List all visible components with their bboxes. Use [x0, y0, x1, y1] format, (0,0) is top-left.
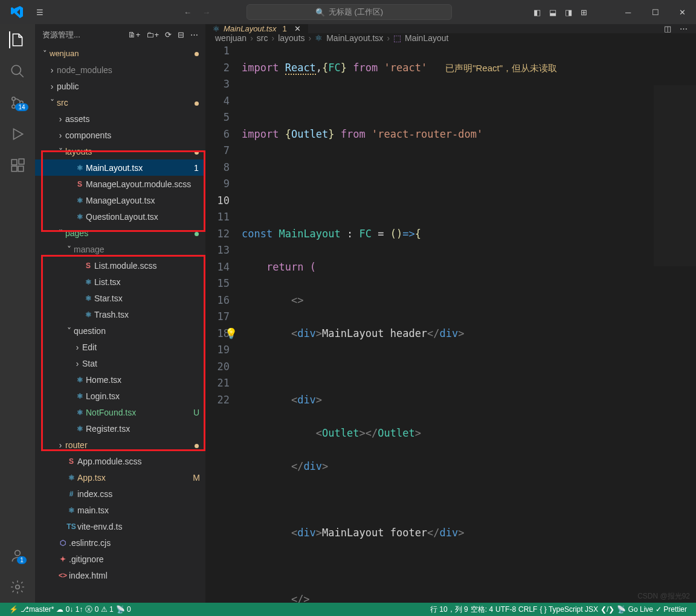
file-tree[interactable]: ›node_modules›public˅src›assets›componen… [35, 62, 205, 603]
code-editor[interactable]: 12345678910111213141516171819202122 impo… [205, 43, 696, 616]
nav-forward-icon[interactable]: → [202, 8, 210, 17]
file-icon: ⚛ [82, 310, 94, 319]
svg-point-8 [15, 550, 21, 556]
chevron-icon: ˅ [56, 147, 65, 156]
tree-item[interactable]: <>index.html [35, 567, 205, 583]
layout-panel-left-icon[interactable]: ◧ [533, 8, 541, 17]
crumb[interactable]: src [257, 33, 268, 43]
tree-item[interactable]: ⚛Register.tsx [35, 420, 205, 437]
nav-back-icon[interactable]: ← [184, 8, 192, 17]
prettier[interactable]: ✓ Prettier [656, 605, 687, 614]
search-activity-icon[interactable] [9, 63, 26, 80]
tab-more-icon[interactable]: ⋯ [680, 24, 688, 33]
tree-item[interactable]: ›node_modules [35, 62, 205, 78]
crumb[interactable]: layouts [278, 33, 304, 43]
file-icon: ⚛ [74, 196, 86, 205]
tree-item[interactable]: ˅pages [35, 225, 205, 241]
more-icon[interactable]: ⋯ [190, 30, 198, 39]
split-editor-icon[interactable]: ◫ [664, 24, 671, 33]
tree-item[interactable]: ⚛Trash.tsx [35, 306, 205, 322]
chevron-icon: › [72, 342, 82, 352]
tree-item[interactable]: ✦.gitignore [35, 551, 205, 567]
new-folder-icon[interactable]: 🗀+ [146, 30, 159, 39]
minimap[interactable] [654, 85, 696, 266]
refresh-icon[interactable]: ⟳ [165, 30, 172, 39]
tree-item[interactable]: TSvite-env.d.ts [35, 518, 205, 534]
layout-panel-right-icon[interactable]: ◨ [565, 8, 572, 17]
tree-item[interactable]: ⬡.eslintrc.cjs [35, 534, 205, 551]
eol[interactable]: CRLF [518, 605, 537, 614]
search-icon: 🔍 [315, 8, 325, 17]
layout-panel-bottom-icon[interactable]: ⬓ [549, 8, 556, 17]
tree-item[interactable]: ˅manage [35, 241, 205, 257]
file-icon: ⚛ [74, 164, 86, 172]
tree-item[interactable]: ⚛NotFound.tsxU [35, 404, 205, 420]
svg-point-9 [16, 585, 20, 589]
tree-item[interactable]: ˅layouts [35, 143, 205, 159]
tree-item[interactable]: ›public [35, 78, 205, 94]
explorer-icon[interactable] [9, 31, 26, 48]
tree-item[interactable]: ⚛ManageLayout.tsx [35, 192, 205, 208]
command-center[interactable]: 🔍 无标题 (工作区) [246, 4, 452, 20]
tree-item[interactable]: ˅question [35, 322, 205, 339]
tree-item[interactable]: ⚛main.tsx [35, 502, 205, 518]
remote-icon[interactable]: ⚡ [9, 605, 18, 614]
file-icon: ⚛ [74, 425, 86, 433]
problems[interactable]: ⓧ 0 ⚠ 1 [85, 605, 113, 615]
tree-item[interactable]: ›Edit [35, 339, 205, 355]
tree-item[interactable]: ⚛QuestionLayout.tsx [35, 208, 205, 225]
extensions-icon[interactable] [9, 157, 26, 174]
lightbulb-icon[interactable]: 💡 [225, 326, 237, 342]
tree-item[interactable]: SManageLayout.module.scss [35, 176, 205, 192]
tree-item[interactable]: ˅src [35, 94, 205, 111]
tree-item[interactable]: ⚛App.tsxM [35, 469, 205, 486]
tree-item[interactable]: ›router [35, 437, 205, 453]
svg-point-0 [11, 65, 21, 74]
code-content[interactable]: import React,{FC} from 'react'已声明"React"… [242, 43, 696, 616]
close-button[interactable]: ✕ [669, 0, 696, 24]
symbol-icon: ⬚ [393, 33, 401, 43]
crumb[interactable]: MainLayout [405, 33, 448, 43]
cursor-position[interactable]: 行 10，列 9 [430, 605, 468, 615]
layout-customize-icon[interactable]: ⊞ [581, 8, 587, 17]
tree-item[interactable]: SList.module.scss [35, 257, 205, 274]
account-icon[interactable]: 1 [9, 547, 26, 564]
tab-close-icon[interactable]: ✕ [294, 24, 301, 33]
project-root[interactable]: ˅ wenjuan [35, 45, 205, 62]
tree-item[interactable]: ⚛MainLayout.tsx1 [35, 159, 205, 176]
tree-label: public [57, 82, 201, 91]
run-debug-icon[interactable] [9, 126, 26, 143]
tree-label: src [57, 98, 190, 107]
source-control-icon[interactable]: 14 [9, 94, 26, 111]
tree-item[interactable]: ⚛Login.tsx [35, 388, 205, 404]
tree-item[interactable]: #index.css [35, 486, 205, 502]
file-icon: ⚛ [82, 294, 94, 303]
settings-gear-icon[interactable] [9, 579, 26, 595]
encoding[interactable]: UTF-8 [495, 605, 516, 614]
breadcrumb[interactable]: wenjuan› src› layouts› ⚛ MainLayout.tsx›… [205, 33, 696, 43]
port-status[interactable]: 📡 0 [116, 605, 131, 614]
sync-status[interactable]: ☁ 0↓ 1↑ [56, 605, 83, 614]
chevron-icon: ˅ [64, 245, 74, 254]
indent[interactable]: 空格: 4 [471, 605, 493, 615]
tree-item[interactable]: ⚛List.tsx [35, 274, 205, 290]
menu-icon[interactable]: ☰ [36, 8, 44, 17]
new-file-icon[interactable]: 🗎+ [128, 30, 141, 39]
maximize-button[interactable]: ☐ [642, 0, 669, 24]
tree-item[interactable]: ⚛Star.tsx [35, 290, 205, 306]
tree-item[interactable]: ›components [35, 127, 205, 143]
crumb[interactable]: MainLayout.tsx [326, 33, 383, 43]
tree-item[interactable]: ›assets [35, 111, 205, 127]
crumb[interactable]: wenjuan [215, 33, 246, 43]
tree-item[interactable]: SApp.module.scss [35, 453, 205, 469]
tab-badge: 1 [282, 24, 286, 33]
prettier-diag[interactable]: ❮/❯ [601, 605, 614, 614]
language-mode[interactable]: { } TypeScript JSX [540, 605, 598, 614]
collapse-icon[interactable]: ⊟ [178, 30, 184, 39]
minimize-button[interactable]: ─ [614, 0, 642, 24]
tree-item[interactable]: ›Stat [35, 355, 205, 371]
branch-status[interactable]: ⎇master* [21, 605, 54, 614]
tree-item[interactable]: ⚛Home.tsx [35, 371, 205, 388]
tab-mainlayout[interactable]: ⚛ MainLayout.tsx 1 ✕ [205, 24, 309, 33]
go-live[interactable]: 📡 Go Live [617, 605, 653, 614]
